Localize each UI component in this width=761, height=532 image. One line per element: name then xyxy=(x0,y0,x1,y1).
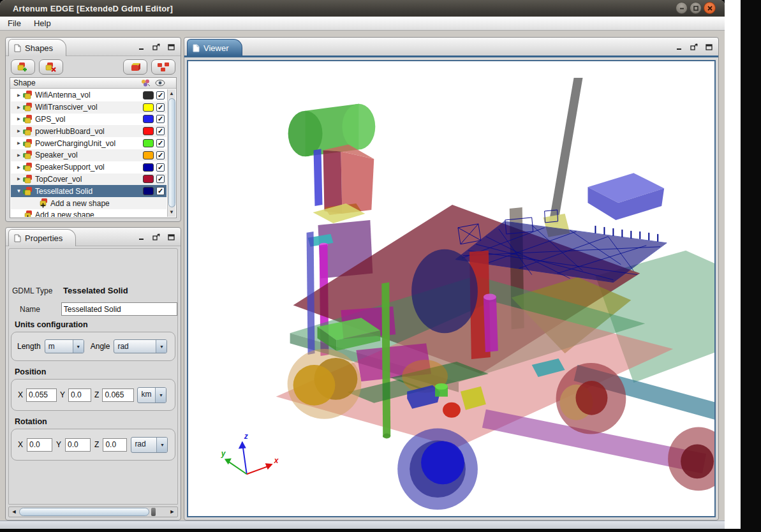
scroll-left-arrow[interactable]: ◄ xyxy=(10,508,18,516)
position-z-input[interactable] xyxy=(102,388,134,402)
visibility-checkbox[interactable]: ✓ xyxy=(156,163,165,172)
shapes-float-button[interactable] xyxy=(152,43,160,51)
scroll-down-arrow[interactable]: ▼ xyxy=(168,209,175,216)
blue-side-strip xyxy=(314,149,323,206)
rotation-unit-select[interactable]: rad ▼ xyxy=(131,437,168,453)
visibility-checkbox[interactable]: ✓ xyxy=(156,103,165,112)
tree-row-speaker-vol[interactable]: ►Speaker_vol✓ xyxy=(11,149,166,161)
tree-row-speakersupport-vol[interactable]: ►SpeakerSupport_vol✓ xyxy=(11,161,166,174)
tree-expand-arrow[interactable]: ► xyxy=(15,165,23,170)
titlebar[interactable]: Artenum EDGE [ExtendeD Gdml Editor] xyxy=(0,0,725,17)
angle-unit-select[interactable]: rad ▼ xyxy=(114,339,167,353)
remove-shape-button[interactable] xyxy=(39,59,63,75)
tree-expand-arrow[interactable]: ► xyxy=(15,128,23,134)
solid-view-button[interactable] xyxy=(123,59,147,75)
hscrollbar-thumb[interactable] xyxy=(19,508,149,516)
tree-row-topcover-vol[interactable]: ►TopCover_vol✓ xyxy=(11,174,166,186)
properties-float-button[interactable] xyxy=(152,233,160,241)
panel-float-icon xyxy=(690,43,698,51)
visibility-column-icon[interactable] xyxy=(155,79,165,89)
properties-minimize-button[interactable] xyxy=(138,233,145,241)
rotation-y-label: Y xyxy=(56,440,61,449)
shapes-tab[interactable]: Shapes xyxy=(8,39,66,56)
shapes-minimize-button[interactable] xyxy=(138,43,145,51)
tree-row-add-a-new-shape[interactable]: Add a new shape xyxy=(11,209,166,217)
tree-scrollbar[interactable]: ▲ ▼ xyxy=(167,89,175,217)
position-unit-select[interactable]: km ▼ xyxy=(137,387,166,403)
window-maximize-button[interactable] xyxy=(690,2,702,14)
visibility-checkbox[interactable]: ✓ xyxy=(156,175,165,183)
properties-tab[interactable]: Properties xyxy=(8,229,76,246)
tree-expand-arrow[interactable]: ► xyxy=(15,116,23,122)
visibility-checkbox[interactable]: ✓ xyxy=(156,127,165,135)
tree-row-wifiantenna-vol[interactable]: ►WifiAntenna_vol✓ xyxy=(11,89,166,101)
tree-row-powerchargingunit-vol[interactable]: ►PowerChargingUnit_vol✓ xyxy=(11,137,166,149)
tree-row-wifitransciver-vol[interactable]: ►WifiTransciver_vol✓ xyxy=(11,101,166,114)
shape-cubes-icon xyxy=(23,103,34,112)
hscrollbar-grip[interactable] xyxy=(151,508,156,516)
scroll-right-arrow[interactable]: ► xyxy=(168,508,177,516)
desktop: Artenum EDGE [ExtendeD Gdml Editor] File… xyxy=(0,0,761,532)
color-swatch[interactable] xyxy=(143,103,154,112)
rotation-y-input[interactable] xyxy=(65,438,91,452)
tree-row-tessellated-solid[interactable]: ▼Tessellated Solid✓ xyxy=(11,185,166,197)
explode-view-button[interactable] xyxy=(151,59,175,75)
tree-expand-arrow[interactable]: ► xyxy=(15,105,23,110)
tree-row-powerhubboard-vol[interactable]: ►powerHubBoard_vol✓ xyxy=(11,125,166,137)
color-swatch[interactable] xyxy=(143,163,154,172)
shapes-maximize-button[interactable] xyxy=(167,43,175,51)
viewer-tab[interactable]: Viewer xyxy=(187,39,242,56)
color-swatch[interactable] xyxy=(143,151,154,159)
window-minimize-button[interactable] xyxy=(676,2,688,14)
color-swatch[interactable] xyxy=(143,127,154,135)
add-shape-button[interactable] xyxy=(11,59,35,75)
properties-panel-header: Properties xyxy=(6,228,181,246)
visibility-checkbox[interactable]: ✓ xyxy=(156,91,165,100)
scroll-up-arrow[interactable]: ▲ xyxy=(168,90,175,98)
axis-z-arrow xyxy=(239,441,246,448)
position-x-input[interactable] xyxy=(26,388,57,402)
tree-expand-arrow[interactable]: ► xyxy=(15,152,23,158)
viewer-minimize-button[interactable] xyxy=(676,43,683,51)
visibility-checkbox[interactable]: ✓ xyxy=(156,187,165,195)
rotation-groupbox: X Y Z rad ▼ xyxy=(11,429,175,461)
viewer-float-button[interactable] xyxy=(690,43,698,51)
properties-panel-controls xyxy=(138,233,175,241)
color-swatch[interactable] xyxy=(143,139,154,147)
shape-tree: Shape ►WifiAntenna_vol✓►WifiTransciver_v… xyxy=(10,77,177,218)
color-swatch[interactable] xyxy=(143,175,154,183)
rotation-x-input[interactable] xyxy=(27,438,52,452)
viewer-maximize-button[interactable] xyxy=(705,43,713,51)
viewer-canvas[interactable]: zxy xyxy=(187,60,716,517)
menu-help[interactable]: Help xyxy=(27,17,57,29)
color-swatch[interactable] xyxy=(143,187,154,195)
length-label: Length xyxy=(17,342,41,351)
add-shape-icon xyxy=(17,62,29,72)
shapes-panel: Shapes xyxy=(5,37,181,222)
color-swatch[interactable] xyxy=(143,115,154,123)
window-close-button[interactable] xyxy=(704,2,716,14)
visibility-checkbox[interactable]: ✓ xyxy=(156,139,165,147)
length-unit-select[interactable]: m ▼ xyxy=(45,339,84,353)
color-column-icon[interactable] xyxy=(141,79,151,90)
tree-expand-arrow[interactable]: ► xyxy=(15,92,23,98)
position-y-input[interactable] xyxy=(68,388,91,402)
dropdown-arrow-icon: ▼ xyxy=(156,340,166,353)
tree-expand-arrow[interactable]: ► xyxy=(15,140,23,146)
properties-maximize-button[interactable] xyxy=(167,233,175,241)
tree-expand-arrow[interactable]: ▼ xyxy=(15,188,23,194)
gdml-type-value: Tesselated Solid xyxy=(63,286,128,295)
tree-expand-arrow[interactable]: ► xyxy=(15,176,23,182)
viewer-panel-header: Viewer xyxy=(184,38,718,57)
name-input[interactable] xyxy=(61,302,177,316)
rotation-z-input[interactable] xyxy=(103,438,127,452)
tree-row-add-a-new-shape[interactable]: Add a new shape xyxy=(11,197,166,209)
tree-scrollbar-thumb[interactable] xyxy=(168,98,175,207)
properties-hscrollbar[interactable]: ◄ ► xyxy=(8,506,178,517)
tree-row-gps-vol[interactable]: ►GPS_vol✓ xyxy=(11,114,166,126)
color-swatch[interactable] xyxy=(143,91,154,100)
visibility-checkbox[interactable]: ✓ xyxy=(156,151,165,159)
rear-wheel-hub xyxy=(681,444,714,478)
menu-file[interactable]: File xyxy=(1,17,27,29)
visibility-checkbox[interactable]: ✓ xyxy=(156,115,165,123)
